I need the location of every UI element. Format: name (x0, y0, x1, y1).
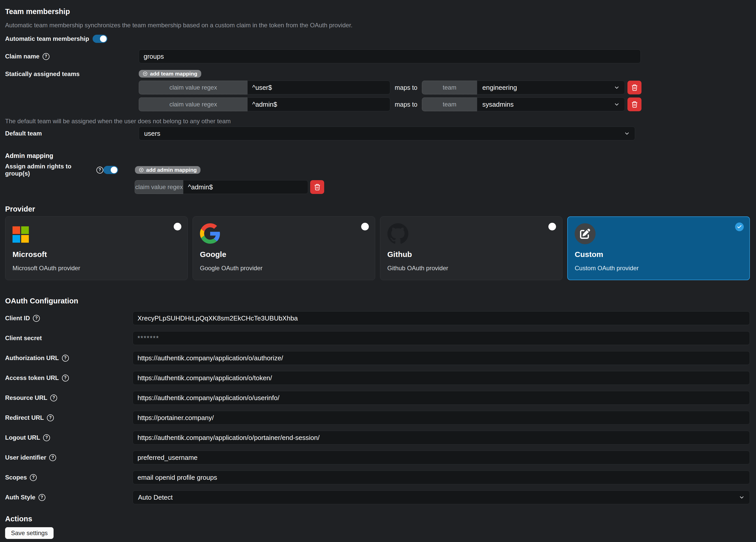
auth-style-select[interactable]: Auto Detect (133, 490, 750, 504)
auth-style-label: Auth Style (5, 494, 35, 501)
claim-value-regex-input[interactable] (247, 81, 390, 94)
trash-icon (314, 183, 321, 191)
admin-mapping-row: claim value regex (135, 180, 750, 194)
team-addon: team (422, 81, 477, 94)
oauth-settings-page: Team membership Automatic team membershi… (0, 0, 756, 542)
help-icon[interactable] (43, 434, 50, 441)
client-id-row: Client ID (5, 311, 750, 325)
google-logo (200, 223, 220, 244)
user-identifier-input[interactable] (133, 451, 750, 464)
scopes-input[interactable] (133, 471, 750, 484)
add-team-mapping-button[interactable]: add team mapping (139, 70, 201, 78)
access-token-url-label: Access token URL (5, 374, 59, 382)
default-team-select[interactable]: users (139, 126, 635, 140)
help-icon[interactable] (62, 355, 69, 362)
help-icon[interactable] (47, 414, 54, 421)
resource-url-input[interactable] (133, 391, 750, 405)
save-settings-button[interactable]: Save settings (5, 527, 54, 539)
team-membership-heading: Team membership (5, 7, 750, 16)
redirect-url-input[interactable] (133, 411, 750, 425)
automatic-team-membership-toggle[interactable] (93, 35, 107, 43)
toggle-knob (111, 167, 117, 173)
admin-claim-value-regex-input[interactable] (183, 180, 308, 194)
client-secret-input[interactable] (133, 331, 750, 345)
provider-heading: Provider (5, 205, 750, 213)
github-logo (387, 223, 408, 244)
redirect-url-row: Redirect URL (5, 411, 750, 425)
claim-value-regex-addon: claim value regex (139, 81, 247, 94)
default-team-row: Default team users (5, 126, 750, 140)
provider-card-description: Google OAuth provider (200, 264, 368, 272)
maps-to-label: maps to (390, 101, 422, 108)
provider-selected-check-icon[interactable] (735, 222, 744, 231)
help-icon[interactable] (39, 494, 45, 501)
team-mapping-row: claim value regex maps to team sysadmins (139, 97, 641, 111)
team-select-value: engineering (482, 84, 517, 92)
provider-card-microsoft[interactable]: Microsoft Microsoft OAuth provider (5, 216, 188, 280)
client-secret-row: Client secret (5, 331, 750, 345)
actions-heading: Actions (5, 514, 750, 523)
team-select-value: sysadmins (482, 100, 514, 108)
claim-value-regex-input[interactable] (247, 97, 390, 111)
client-secret-label: Client secret (5, 335, 42, 342)
help-icon[interactable] (62, 375, 69, 382)
claim-name-input[interactable] (139, 49, 641, 63)
provider-radio-google[interactable] (361, 223, 369, 230)
auth-style-row: Auth Style Auto Detect (5, 490, 750, 504)
delete-team-mapping-button[interactable] (627, 97, 641, 111)
auth-style-select-value: Auto Detect (138, 494, 173, 501)
toggle-knob (100, 35, 107, 42)
provider-card-github[interactable]: Github Github OAuth provider (380, 216, 563, 280)
assign-admin-rights-row: Assign admin rights to group(s) add admi… (5, 163, 750, 177)
access-token-url-input[interactable] (133, 371, 750, 385)
user-identifier-row: User identifier (5, 451, 750, 464)
client-id-input[interactable] (133, 311, 750, 325)
claim-name-row: Claim name (5, 49, 750, 63)
provider-card-description: Custom OAuth provider (575, 264, 742, 272)
team-membership-description: Automatic team membership synchronizes t… (5, 21, 750, 29)
trash-icon (631, 84, 638, 91)
redirect-url-label: Redirect URL (5, 414, 44, 421)
claim-name-label: Claim name (5, 53, 40, 60)
default-team-select-value: users (144, 130, 160, 137)
help-icon[interactable] (43, 53, 49, 60)
logout-url-input[interactable] (133, 431, 750, 445)
statically-assigned-teams-label: Statically assigned teams (5, 70, 80, 78)
edit-pen-icon (580, 228, 590, 239)
trash-icon (631, 101, 638, 108)
help-icon[interactable] (30, 474, 37, 481)
claim-value-regex-addon: claim value regex (139, 97, 247, 111)
plus-circle-icon (139, 167, 144, 172)
team-select[interactable]: sysadmins (477, 97, 625, 111)
provider-card-description: Github OAuth provider (387, 264, 555, 272)
team-addon: team (422, 97, 477, 111)
resource-url-row: Resource URL (5, 391, 750, 405)
provider-card-title: Custom (575, 250, 742, 259)
delete-team-mapping-button[interactable] (627, 81, 641, 94)
help-icon[interactable] (49, 454, 56, 461)
team-select[interactable]: engineering (477, 81, 625, 94)
assign-admin-rights-toggle[interactable] (103, 166, 118, 174)
admin-mapping-heading: Admin mapping (5, 151, 750, 160)
oauth-configuration-heading: OAuth Configuration (5, 297, 750, 305)
provider-radio-microsoft[interactable] (174, 223, 181, 230)
help-icon[interactable] (33, 315, 40, 322)
provider-card-custom[interactable]: Custom Custom OAuth provider (567, 216, 750, 280)
authorization-url-input[interactable] (133, 351, 750, 365)
maps-to-label: maps to (390, 84, 422, 91)
user-identifier-label: User identifier (5, 454, 46, 461)
provider-card-google[interactable]: Google Google OAuth provider (193, 216, 375, 280)
add-admin-mapping-button[interactable]: add admin mapping (135, 166, 200, 174)
chevron-down-icon (738, 494, 745, 501)
help-icon[interactable] (50, 395, 57, 401)
add-team-mapping-label: add team mapping (150, 71, 197, 77)
default-team-label: Default team (5, 130, 42, 137)
resource-url-label: Resource URL (5, 394, 47, 401)
delete-admin-mapping-button[interactable] (310, 180, 324, 194)
claim-value-regex-addon: claim value regex (135, 180, 183, 194)
assign-admin-rights-label: Assign admin rights to group(s) (5, 163, 93, 177)
team-mapping-row: claim value regex maps to team engineeri… (139, 81, 641, 94)
chevron-down-icon (613, 101, 620, 108)
help-icon[interactable] (96, 167, 103, 173)
plus-circle-icon (143, 71, 148, 76)
